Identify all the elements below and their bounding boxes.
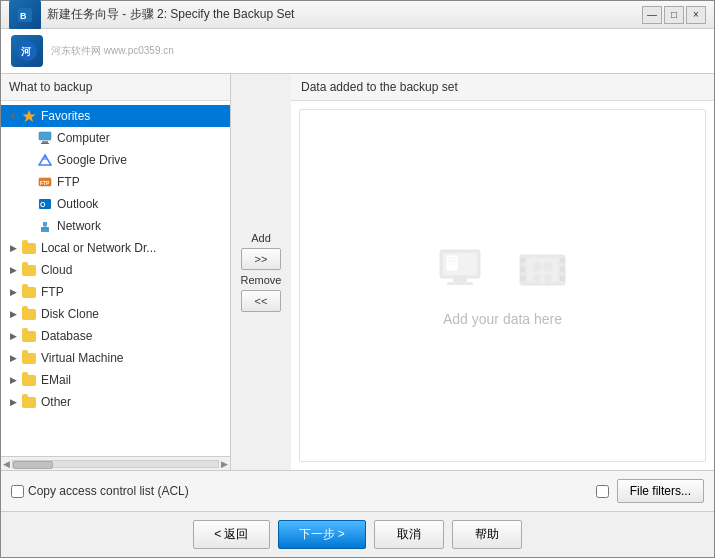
tree-item-outlook[interactable]: O Outlook bbox=[1, 193, 230, 215]
left-panel-header: What to backup bbox=[1, 74, 230, 101]
acl-checkbox-group: Copy access control list (ACL) bbox=[11, 484, 189, 498]
bottom-options-bar: Copy access control list (ACL) File filt… bbox=[1, 470, 714, 511]
minimize-button[interactable]: — bbox=[642, 6, 662, 24]
expand-icon-vm: ▶ bbox=[5, 350, 21, 366]
tree-item-diskclone[interactable]: ▶ Disk Clone bbox=[1, 303, 230, 325]
svg-point-37 bbox=[533, 274, 541, 282]
expand-icon-local: ▶ bbox=[5, 240, 21, 256]
svg-rect-7 bbox=[41, 143, 49, 144]
expand-icon-database: ▶ bbox=[5, 328, 21, 344]
ftp2-folder-icon bbox=[21, 284, 37, 300]
tree-item-computer[interactable]: Computer bbox=[1, 127, 230, 149]
expand-icon-cloud: ▶ bbox=[5, 262, 21, 278]
svg-text:B: B bbox=[20, 11, 27, 21]
placeholder-network-icon bbox=[515, 245, 570, 303]
svg-rect-15 bbox=[43, 222, 47, 226]
acl-label: Copy access control list (ACL) bbox=[28, 484, 189, 498]
window-title: 新建任务向导 - 步骤 2: Specify the Backup Set bbox=[47, 6, 294, 23]
diskclone-label: Disk Clone bbox=[41, 307, 99, 321]
tree-item-favorites[interactable]: ▼ Favorites bbox=[1, 105, 230, 127]
database-folder-icon bbox=[21, 328, 37, 344]
spacer-icon4 bbox=[21, 196, 37, 212]
svg-rect-29 bbox=[520, 267, 525, 272]
computer-label: Computer bbox=[57, 131, 110, 145]
svg-text:河: 河 bbox=[21, 46, 32, 57]
tree-container[interactable]: ▼ Favorites bbox=[1, 101, 230, 456]
expand-icon-diskclone: ▶ bbox=[5, 306, 21, 322]
svg-rect-6 bbox=[42, 141, 48, 143]
add-label: Add bbox=[251, 232, 271, 244]
brand-logo: 河 bbox=[11, 35, 43, 67]
expand-icon-favorites: ▼ bbox=[5, 108, 21, 124]
svg-text:O: O bbox=[40, 201, 46, 208]
googledrive-icon bbox=[37, 152, 53, 168]
spacer-icon5 bbox=[21, 218, 37, 234]
main-window: B 新建任务向导 - 步骤 2: Specify the Backup Set … bbox=[0, 0, 715, 558]
spacer-icon3 bbox=[21, 174, 37, 190]
header-bar: 河 河东软件网 www.pc0359.cn bbox=[1, 29, 714, 74]
tree-item-ftp1[interactable]: FTP FTP bbox=[1, 171, 230, 193]
title-bar-left: B 新建任务向导 - 步骤 2: Specify the Backup Set bbox=[9, 0, 294, 31]
svg-marker-4 bbox=[23, 110, 36, 122]
svg-text:FTP: FTP bbox=[40, 180, 50, 186]
placeholder-icons bbox=[435, 245, 570, 303]
maximize-button[interactable]: □ bbox=[664, 6, 684, 24]
svg-rect-30 bbox=[520, 276, 525, 281]
network-icon bbox=[37, 218, 53, 234]
spacer-icon2 bbox=[21, 152, 37, 168]
scrollbar-thumb[interactable] bbox=[13, 461, 53, 469]
file-filters-button[interactable]: File filters... bbox=[617, 479, 704, 503]
tree-item-cloud[interactable]: ▶ Cloud bbox=[1, 259, 230, 281]
tree-item-googledrive[interactable]: Google Drive bbox=[1, 149, 230, 171]
svg-rect-34 bbox=[527, 258, 558, 282]
acl-checkbox[interactable] bbox=[11, 485, 24, 498]
virtualmachine-label: Virtual Machine bbox=[41, 351, 124, 365]
tree-item-email[interactable]: ▶ EMail bbox=[1, 369, 230, 391]
footer-buttons: < 返回 下一步 > 取消 帮助 bbox=[1, 511, 714, 557]
scroll-right-btn[interactable]: ▶ bbox=[221, 459, 228, 469]
window-controls: — □ × bbox=[642, 6, 706, 24]
expand-icon-email: ▶ bbox=[5, 372, 21, 388]
email-label: EMail bbox=[41, 373, 71, 387]
remove-button[interactable]: << bbox=[241, 290, 281, 312]
svg-rect-33 bbox=[560, 276, 565, 281]
tree-item-virtualmachine[interactable]: ▶ Virtual Machine bbox=[1, 347, 230, 369]
scroll-left-btn[interactable]: ◀ bbox=[3, 459, 10, 469]
tree-item-other[interactable]: ▶ Other bbox=[1, 391, 230, 413]
ftp1-label: FTP bbox=[57, 175, 80, 189]
svg-rect-5 bbox=[39, 132, 51, 140]
svg-rect-22 bbox=[447, 282, 473, 285]
database-label: Database bbox=[41, 329, 92, 343]
tree-item-database[interactable]: ▶ Database bbox=[1, 325, 230, 347]
content-area: What to backup ▼ Favorites bbox=[1, 74, 714, 470]
cancel-button[interactable]: 取消 bbox=[374, 520, 444, 549]
cloud-folder-icon bbox=[21, 262, 37, 278]
favorites-icon bbox=[21, 108, 37, 124]
watermark-text: 河东软件网 www.pc0359.cn bbox=[51, 44, 174, 58]
help-button[interactable]: 帮助 bbox=[452, 520, 522, 549]
computer-icon bbox=[37, 130, 53, 146]
localnetwork-folder-icon bbox=[21, 240, 37, 256]
svg-point-38 bbox=[544, 274, 552, 282]
tree-item-ftp2[interactable]: ▶ FTP bbox=[1, 281, 230, 303]
svg-rect-23 bbox=[446, 255, 458, 271]
horizontal-scrollbar[interactable]: ◀ ▶ bbox=[1, 456, 230, 470]
right-panel: Data added to the backup set bbox=[291, 74, 714, 470]
close-button[interactable]: × bbox=[686, 6, 706, 24]
remove-label: Remove bbox=[241, 274, 282, 286]
tree-item-localnetwork[interactable]: ▶ Local or Network Dr... bbox=[1, 237, 230, 259]
favorites-label: Favorites bbox=[41, 109, 90, 123]
svg-rect-31 bbox=[560, 258, 565, 263]
add-button[interactable]: >> bbox=[241, 248, 281, 270]
middle-buttons-panel: Add >> Remove << bbox=[231, 74, 291, 470]
extra-checkbox[interactable] bbox=[596, 485, 609, 498]
back-button[interactable]: < 返回 bbox=[193, 520, 269, 549]
next-button[interactable]: 下一步 > bbox=[278, 520, 366, 549]
other-label: Other bbox=[41, 395, 71, 409]
svg-rect-32 bbox=[560, 267, 565, 272]
tree-item-network[interactable]: Network bbox=[1, 215, 230, 237]
spacer-icon bbox=[21, 130, 37, 146]
ftp2-label: FTP bbox=[41, 285, 64, 299]
virtualmachine-folder-icon bbox=[21, 350, 37, 366]
expand-icon-ftp2: ▶ bbox=[5, 284, 21, 300]
